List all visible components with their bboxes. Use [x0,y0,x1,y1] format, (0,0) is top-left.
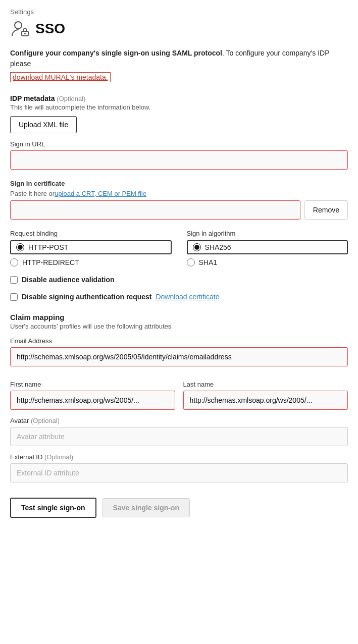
last-name-group: Last name [183,381,348,410]
page-header: SSO [10,19,348,39]
external-id-input[interactable] [10,463,348,482]
email-label: Email Address [10,337,348,345]
first-name-label: First name [10,381,175,388]
upload-cert-link[interactable]: upload a CRT, CEM or PEM file [55,190,146,197]
avatar-input[interactable] [10,427,348,446]
sign-in-cert-label: Sign in certificate [10,180,348,187]
names-row: First name Last name [10,373,348,410]
disable-signing-label: Disable signing authentication request D… [22,293,219,301]
request-binding-section: Request binding HTTP-POST HTTP-REDIRECT [10,230,172,266]
binding-algorithm-row: Request binding HTTP-POST HTTP-REDIRECT … [10,230,348,266]
last-name-label: Last name [183,381,348,388]
external-id-field-group: External ID (Optional) [10,453,348,482]
test-sso-button[interactable]: Test single sign-on [10,498,96,518]
external-id-label: External ID (Optional) [10,453,348,461]
svg-point-0 [15,22,22,29]
avatar-field-group: Avatar (Optional) [10,417,348,446]
breadcrumb: Settings [10,8,348,16]
claim-mapping-title: Claim mapping [10,313,348,321]
download-cert-link[interactable]: Download certificate [156,293,219,301]
sign-in-algorithm-section: Sign in algorithm SHA256 SHA1 [187,230,348,266]
disable-signing-checkbox[interactable] [10,293,18,301]
remove-cert-button[interactable]: Remove [304,200,348,220]
first-name-input[interactable] [10,391,175,410]
sign-in-algorithm-label: Sign in algorithm [187,230,348,237]
disable-audience-checkbox[interactable] [10,276,18,284]
save-sso-button: Save single sign-on [103,498,190,517]
idp-metadata-desc: This file will autocomplete the informat… [10,103,348,111]
email-input[interactable] [10,347,348,366]
last-name-input[interactable] [183,391,348,410]
request-binding-label: Request binding [10,230,172,237]
sign-in-url-label: Sign in URL [10,140,348,148]
idp-metadata-label: IDP metadata (Optional) [10,94,348,102]
radio-http-post[interactable]: HTTP-POST [10,240,172,254]
sign-in-url-section: Sign in URL [10,140,348,170]
disable-signing-row: Disable signing authentication request D… [10,293,348,301]
first-name-group: First name [10,381,175,410]
sign-in-cert-input[interactable] [10,200,300,220]
cert-hint: Paste it here orupload a CRT, CEM or PEM… [10,190,348,197]
request-binding-group: HTTP-POST HTTP-REDIRECT [10,240,172,266]
sign-in-cert-section: Sign in certificate Paste it here oruplo… [10,180,348,220]
disable-audience-row: Disable audience validation [10,276,348,284]
download-metadata-link[interactable]: download MURAL's metadata. [10,72,111,82]
page-title: SSO [35,21,65,37]
sign-in-algorithm-group: SHA256 SHA1 [187,240,348,266]
idp-metadata-section: IDP metadata (Optional) This file will a… [10,94,348,133]
sso-icon [10,19,30,39]
claim-mapping-desc: User's accounts' profiles will use the f… [10,323,348,330]
radio-sha256[interactable]: SHA256 [187,240,348,254]
intro-text: Configure your company's single sign-on … [10,48,348,69]
upload-xml-button[interactable]: Upload XML file [10,116,77,133]
avatar-label: Avatar (Optional) [10,417,348,424]
sign-in-url-input[interactable] [10,150,348,170]
cert-input-row: Remove [10,200,348,220]
svg-point-2 [24,33,26,34]
radio-sha1[interactable]: SHA1 [187,258,348,266]
radio-http-redirect[interactable]: HTTP-REDIRECT [10,258,172,266]
disable-audience-label: Disable audience validation [22,276,115,284]
email-field-group: Email Address [10,337,348,366]
claim-mapping-section: Claim mapping User's accounts' profiles … [10,313,348,482]
footer-buttons: Test single sign-on Save single sign-on [10,498,348,518]
